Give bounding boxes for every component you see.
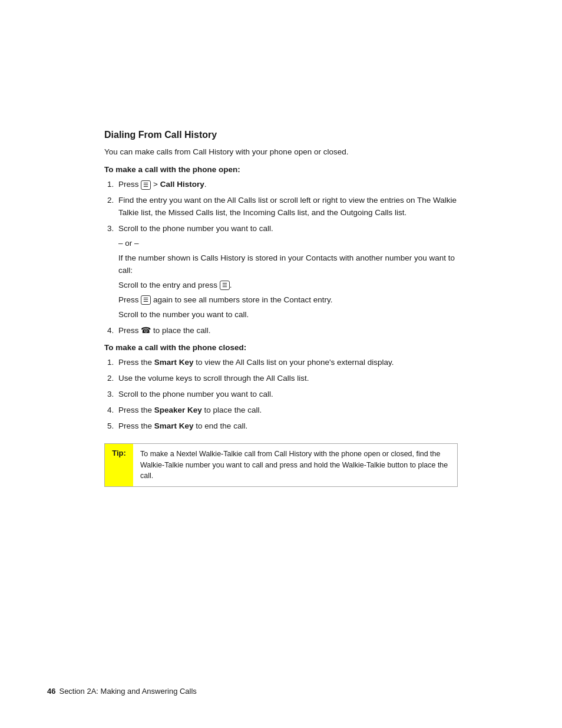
- phone-closed-label: To make a call with the phone closed:: [104, 343, 458, 352]
- footer-section-text: Section 2A: Making and Answering Calls: [59, 687, 196, 696]
- step-open-1-text: Press ☰ > Call History.: [118, 180, 206, 189]
- step-open-3-sub3: Press ☰ again to see all numbers store i…: [118, 294, 458, 307]
- page: Dialing From Call History You can make c…: [0, 0, 562, 728]
- step-closed-5-text: Press the Smart Key to end the call.: [118, 421, 247, 430]
- menu-icon-1: ☰: [141, 180, 151, 190]
- step-open-3: Scroll to the phone number you want to c…: [116, 223, 458, 321]
- or-divider: – or –: [118, 238, 458, 250]
- menu-icon-2: ☰: [220, 281, 230, 290]
- step-open-4: Press ☎ to place the call.: [116, 324, 458, 337]
- step-closed-2-text: Use the volume keys to scroll through th…: [118, 374, 309, 383]
- step-open-4-text: Press ☎ to place the call.: [118, 326, 211, 335]
- menu-icon-3: ☰: [141, 295, 151, 305]
- call-icon: ☎: [141, 324, 151, 337]
- tip-content: To make a Nextel Walkie-Talkie call from…: [133, 444, 457, 486]
- step-open-2-text: Find the entry you want on the All Calls…: [118, 196, 457, 217]
- step-closed-5: Press the Smart Key to end the call.: [116, 420, 458, 433]
- step-closed-3: Scroll to the phone number you want to c…: [116, 388, 458, 401]
- footer-page-number: 46: [47, 687, 55, 696]
- footer: 46 Section 2A: Making and Answering Call…: [47, 687, 515, 696]
- section-title: Dialing From Call History: [104, 130, 458, 140]
- step-closed-4-text: Press the Speaker Key to place the call.: [118, 406, 262, 414]
- phone-open-label: To make a call with the phone open:: [104, 165, 458, 174]
- content-area: Dialing From Call History You can make c…: [104, 130, 458, 487]
- step-open-3-sub1: If the number shown is Calls History is …: [118, 252, 458, 277]
- step-open-3-sub4: Scroll to the number you want to call.: [118, 309, 458, 321]
- phone-open-steps: Press ☰ > Call History. Find the entry y…: [116, 179, 458, 337]
- step-open-3-sub2: Scroll to the entry and press ☰.: [118, 279, 458, 292]
- step-closed-4: Press the Speaker Key to place the call.: [116, 404, 458, 417]
- phone-closed-steps: Press the Smart Key to view the All Call…: [116, 357, 458, 433]
- step-closed-1-text: Press the Smart Key to view the All Call…: [118, 358, 394, 367]
- tip-label: Tip:: [105, 444, 133, 486]
- tip-box: Tip: To make a Nextel Walkie-Talkie call…: [104, 443, 458, 487]
- step-closed-1: Press the Smart Key to view the All Call…: [116, 357, 458, 369]
- intro-text: You can make calls from Call History wit…: [104, 146, 458, 158]
- step-closed-2: Use the volume keys to scroll through th…: [116, 373, 458, 385]
- step-open-3-main: Scroll to the phone number you want to c…: [118, 224, 273, 233]
- step-open-1: Press ☰ > Call History.: [116, 179, 458, 191]
- step-open-2: Find the entry you want on the All Calls…: [116, 195, 458, 219]
- step-closed-3-text: Scroll to the phone number you want to c…: [118, 390, 273, 398]
